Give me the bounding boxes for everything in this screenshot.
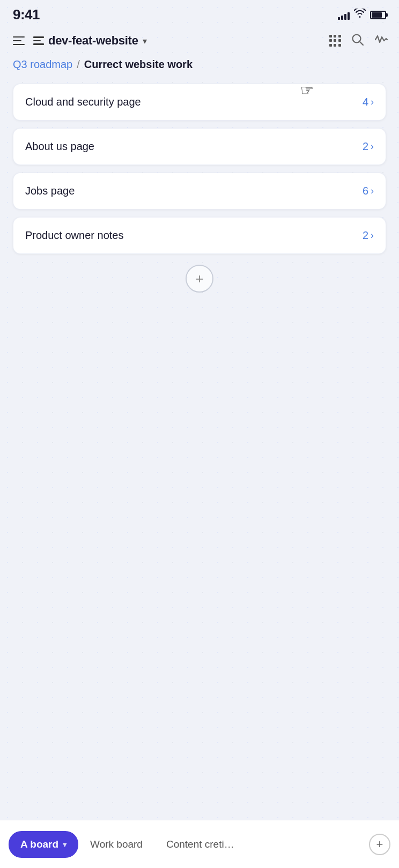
list-item-count: 2›	[363, 229, 374, 242]
chevron-right-icon: ›	[371, 141, 374, 152]
add-button-container: +	[0, 265, 399, 293]
add-tab-button[interactable]: +	[369, 834, 390, 855]
active-tab[interactable]: A board ▾	[9, 831, 78, 858]
bottom-bar: A board ▾ Work board Content cretion pi …	[0, 820, 399, 868]
toolbar: dev-feat-website ▾	[0, 27, 399, 54]
chevron-right-icon: ›	[371, 96, 374, 108]
breadcrumb-current: Currect website work	[84, 58, 193, 71]
signal-icon	[338, 10, 350, 20]
status-icons	[338, 9, 386, 21]
list-item-product-owner-notes[interactable]: Product owner notes2›	[13, 217, 386, 254]
list-item-name: Jobs page	[25, 185, 75, 197]
list-item-count: 4›	[363, 96, 374, 108]
breadcrumb-separator: /	[77, 58, 80, 71]
active-tab-chevron: ▾	[63, 840, 66, 849]
breadcrumb-parent[interactable]: Q3 roadmap	[13, 58, 72, 71]
battery-icon	[370, 11, 386, 19]
list-item-name: Product owner notes	[25, 229, 123, 242]
list-item-about-us[interactable]: About us page2›	[13, 128, 386, 165]
list-item-jobs[interactable]: Jobs page6›	[13, 173, 386, 209]
main-content: Cloud and security page4›About us page2›…	[0, 78, 399, 259]
hamburger-icon[interactable]	[11, 34, 27, 47]
list-item-name: Cloud and security page	[25, 96, 141, 108]
list-item-count: 6›	[363, 185, 374, 197]
search-icon[interactable]	[351, 33, 365, 49]
breadcrumb: Q3 roadmap / Currect website work	[0, 54, 399, 78]
wifi-icon	[354, 9, 366, 21]
chevron-right-icon: ›	[371, 185, 374, 197]
add-item-button[interactable]: +	[186, 265, 213, 293]
active-tab-label: A board	[20, 839, 58, 850]
status-bar: 9:41	[0, 0, 399, 27]
project-name[interactable]: dev-feat-website	[48, 34, 138, 48]
chevron-right-icon: ›	[371, 230, 374, 241]
tab-work-board[interactable]: Work board	[78, 831, 154, 858]
grid-icon[interactable]	[329, 35, 341, 47]
list-item-count: 2›	[363, 140, 374, 153]
project-title-group: dev-feat-website ▾	[32, 34, 324, 48]
list-icon	[32, 35, 45, 46]
list-item-name: About us page	[25, 140, 94, 153]
activity-icon[interactable]	[374, 33, 388, 49]
tab-content-creation[interactable]: Content cretion pi	[154, 831, 251, 858]
svg-line-1	[360, 42, 364, 46]
status-time: 9:41	[13, 6, 40, 23]
toolbar-right	[329, 33, 388, 49]
chevron-down-icon[interactable]: ▾	[143, 36, 147, 46]
list-item-cloud-security[interactable]: Cloud and security page4›	[13, 84, 386, 121]
